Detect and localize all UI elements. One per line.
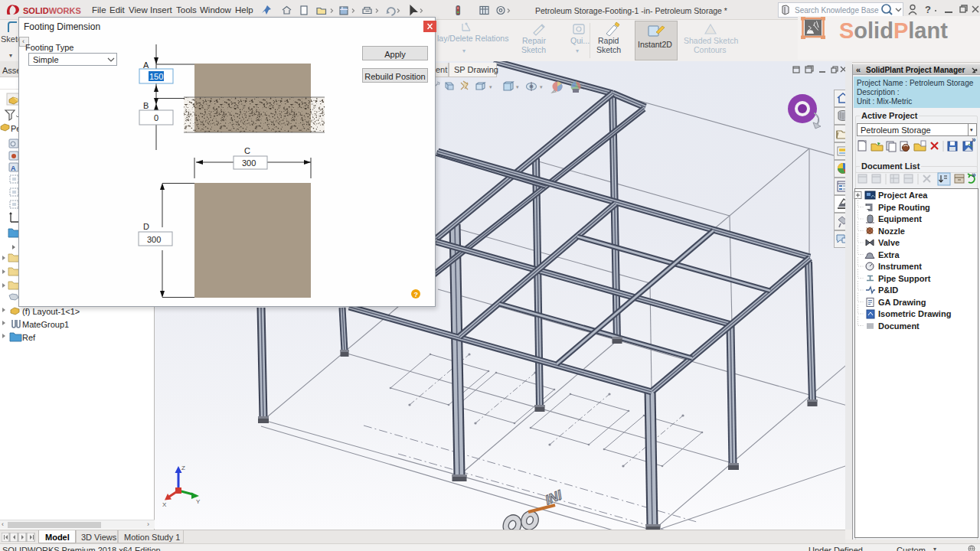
svg-text:Project Area: Project Area — [878, 191, 928, 200]
svg-text:Y: Y — [196, 498, 201, 505]
svg-text:300: 300 — [242, 158, 256, 168]
svg-text:A: A — [11, 165, 16, 172]
svg-text:Equipment: Equipment — [878, 214, 922, 223]
svg-text:?: ? — [414, 291, 419, 298]
svg-text:Valve: Valve — [878, 238, 900, 247]
svg-text:150: 150 — [149, 72, 163, 81]
svg-text:Pipe Routing: Pipe Routing — [878, 203, 930, 212]
svg-text:Isometric Drawing: Isometric Drawing — [878, 309, 951, 318]
svg-text:(f) Layout-1<1>: (f) Layout-1<1> — [22, 307, 80, 316]
svg-text:Nozzle: Nozzle — [878, 227, 905, 236]
svg-text:▾: ▾ — [489, 84, 492, 90]
svg-text:P&ID: P&ID — [878, 285, 898, 295]
svg-text:A: A — [143, 60, 149, 70]
svg-text:Ref: Ref — [22, 333, 36, 342]
svg-text:Pipe Support: Pipe Support — [878, 274, 931, 283]
svg-text:Document: Document — [878, 321, 920, 331]
svg-text:D: D — [143, 222, 149, 231]
svg-text:MateGroup1: MateGroup1 — [22, 320, 69, 329]
svg-text:B: B — [143, 101, 149, 110]
svg-text:C: C — [244, 146, 250, 155]
svg-text:Instrument: Instrument — [878, 262, 922, 271]
svg-text:▾: ▾ — [540, 84, 543, 90]
svg-text:Z: Z — [181, 465, 185, 471]
svg-text:?: ? — [925, 4, 931, 15]
svg-text:300: 300 — [147, 235, 161, 244]
svg-text:X: X — [162, 501, 167, 508]
svg-text:GA Drawing: GA Drawing — [878, 298, 926, 307]
svg-text:0: 0 — [154, 113, 158, 122]
svg-text:Extra: Extra — [878, 250, 900, 259]
svg-text:INI: INI — [544, 486, 562, 508]
svg-text:▾: ▾ — [516, 84, 519, 90]
